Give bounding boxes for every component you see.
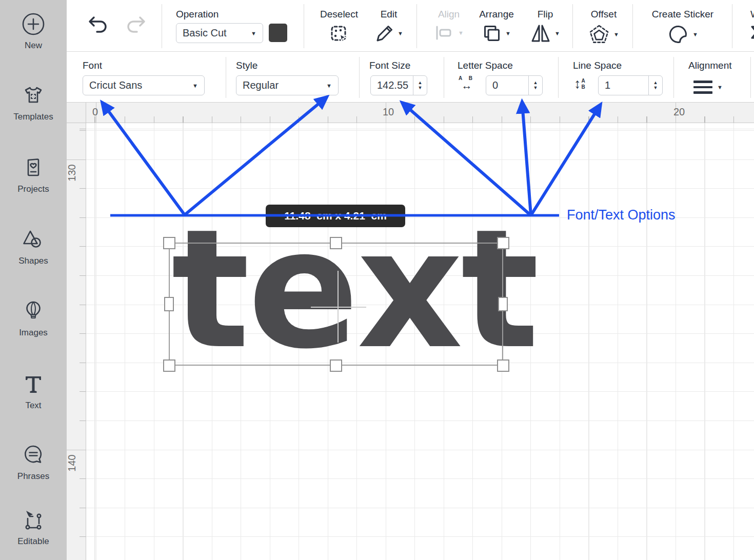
divider	[673, 57, 674, 98]
sidebar-item-text[interactable]: Text	[0, 372, 67, 411]
sidebar-item-label: New	[0, 41, 67, 51]
chevron-down-icon: ▼	[192, 83, 198, 89]
deselect-button[interactable]: Deselect	[315, 9, 363, 44]
create-sticker-peel-icon	[667, 24, 689, 45]
operation-value: Basic Cut	[183, 27, 227, 39]
ruler-ticks	[80, 123, 86, 560]
chevron-down-icon: ▼	[505, 30, 511, 36]
line-space-value: 1	[599, 76, 648, 95]
offset-label: Offset	[581, 9, 627, 20]
style-select[interactable]: Regular ▼	[236, 75, 339, 95]
sidebar: New Templates Projects Shapes	[0, 0, 67, 560]
chevron-down-icon: ▼	[251, 30, 256, 36]
redo-icon[interactable]	[124, 15, 147, 37]
horizontal-ruler: 0 10 20	[86, 103, 754, 123]
operation-label: Operation	[176, 9, 219, 20]
text-t-icon	[22, 372, 45, 396]
divider	[162, 4, 162, 48]
sidebar-item-templates[interactable]: Templates	[0, 84, 67, 122]
divider	[304, 4, 304, 48]
line-space-icon: ↕ A B	[574, 76, 585, 92]
style-value: Regular	[243, 79, 279, 91]
sidebar-item-label: Images	[0, 328, 67, 338]
sidebar-item-editable[interactable]: Editable	[0, 508, 67, 547]
toolbar-row-text: Font Cricut Sans ▼ Style Regular ▼ Font …	[67, 52, 754, 103]
phrases-speech-bubble-icon	[22, 443, 45, 467]
flip-mirror-icon	[530, 24, 551, 43]
step-down-icon: ▼	[533, 86, 538, 90]
chevron-down-icon: ▼	[717, 84, 723, 90]
selection-center-crosshair	[311, 307, 366, 308]
hruler-label-10: 10	[383, 106, 394, 118]
font-size-input[interactable]: 142.55 ▲ ▼	[370, 75, 427, 95]
editable-path-cursor-icon	[22, 508, 45, 532]
font-value: Cricut Sans	[89, 79, 142, 91]
sidebar-item-projects[interactable]: Projects	[0, 156, 67, 194]
selection-handle-top-left[interactable]	[163, 237, 175, 249]
line-space-stepper[interactable]: ▲ ▼	[648, 76, 662, 95]
alignment-bars-icon	[693, 81, 712, 94]
offset-pentagon-icon	[588, 24, 610, 45]
chevron-down-icon: ▼	[554, 30, 560, 36]
vruler-label-140: 140	[66, 450, 87, 476]
line-space-input[interactable]: 1 ▲ ▼	[598, 75, 663, 95]
sidebar-item-label: Shapes	[0, 256, 67, 266]
sidebar-item-label: Phrases	[0, 471, 67, 482]
design-canvas[interactable]: text 11.48 cm x 4.21 cm	[86, 123, 754, 560]
divider	[444, 57, 444, 98]
font-size-stepper[interactable]: ▲ ▼	[413, 76, 427, 95]
hruler-label-0: 0	[92, 106, 98, 118]
deselect-label: Deselect	[315, 9, 363, 20]
arrange-layers-icon	[482, 24, 502, 43]
sidebar-item-label: Editable	[0, 536, 67, 547]
selection-handle-bottom-right[interactable]	[497, 359, 509, 372]
divider	[750, 57, 751, 98]
step-down-icon: ▼	[418, 86, 423, 90]
selection-handle-bottom-center[interactable]	[330, 359, 342, 372]
chevron-down-icon: ▼	[398, 30, 403, 36]
alignment-label: Alignment	[688, 60, 732, 71]
selection-handle-bottom-left[interactable]	[163, 359, 175, 372]
offset-button[interactable]: Offset ▼	[581, 9, 627, 45]
font-label: Font	[83, 60, 102, 71]
flip-button[interactable]: Flip ▼	[524, 9, 566, 43]
chevron-down-icon: ▼	[326, 83, 332, 89]
letter-space-input[interactable]: 0 ▲ ▼	[486, 75, 543, 95]
operation-color-swatch[interactable]	[269, 24, 287, 42]
letter-space-stepper[interactable]: ▲ ▼	[528, 76, 542, 95]
selection-bounding-box[interactable]	[169, 243, 503, 366]
deselect-marquee-icon	[329, 24, 349, 44]
size-tooltip: 11.48 cm x 4.21 cm	[266, 205, 405, 227]
operation-select[interactable]: Basic Cut ▼	[176, 23, 263, 43]
chevron-down-icon: ▼	[692, 31, 698, 37]
undo-icon[interactable]	[87, 15, 110, 37]
selection-handle-middle-left[interactable]	[164, 297, 174, 311]
divider	[416, 4, 417, 48]
create-sticker-button[interactable]: Create Sticker ▼	[644, 9, 721, 45]
arrange-button[interactable]: Arrange ▼	[473, 9, 520, 43]
weld-label-partial: W	[745, 9, 754, 20]
new-plus-circle-icon	[22, 12, 45, 36]
edit-button[interactable]: Edit ▼	[368, 9, 410, 43]
alignment-button[interactable]: ▼	[693, 81, 723, 94]
selection-handle-top-right[interactable]	[497, 237, 509, 249]
font-size-value: 142.55	[371, 76, 413, 95]
font-size-label: Font Size	[369, 60, 410, 71]
hruler-label-20: 20	[673, 106, 685, 118]
toolbar-row-edit: Operation Basic Cut ▼ Deselect Edit	[67, 0, 754, 52]
selection-handle-middle-right[interactable]	[498, 297, 508, 311]
shapes-triangle-circle-icon	[22, 228, 45, 251]
sidebar-item-label: Templates	[0, 112, 67, 122]
sidebar-item-new[interactable]: New	[0, 12, 67, 51]
letter-space-label: Letter Space	[458, 60, 513, 71]
selection-handle-top-center[interactable]	[330, 237, 342, 249]
create-sticker-label: Create Sticker	[644, 9, 721, 20]
sidebar-item-shapes[interactable]: Shapes	[0, 228, 67, 266]
weld-icon-partial	[749, 24, 754, 42]
sidebar-item-images[interactable]: Images	[0, 299, 67, 338]
font-select[interactable]: Cricut Sans ▼	[83, 75, 205, 95]
sidebar-item-label: Text	[0, 401, 67, 411]
align-label: Align	[426, 9, 472, 20]
weld-button-partial[interactable]: W	[745, 9, 754, 42]
sidebar-item-phrases[interactable]: Phrases	[0, 443, 67, 482]
